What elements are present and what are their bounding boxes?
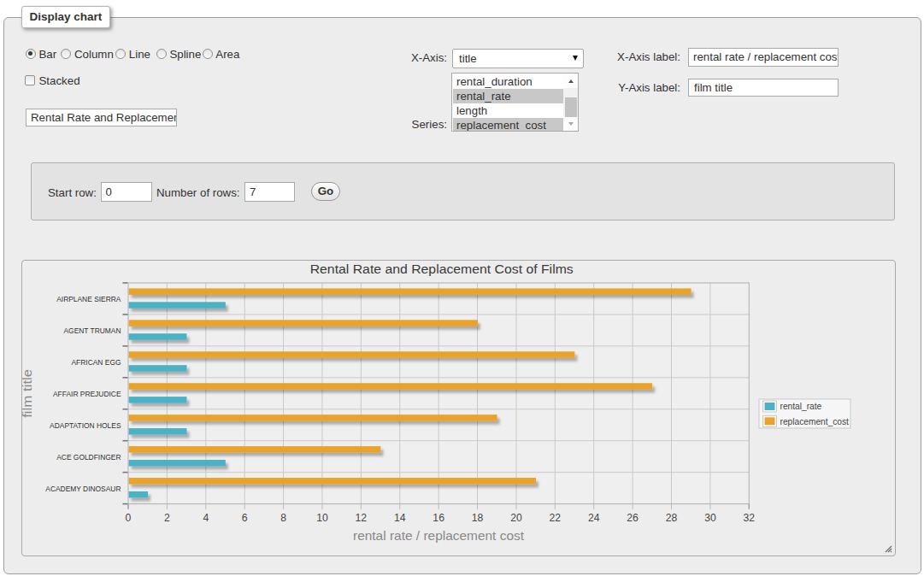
svg-text:ACE GOLDFINGER: ACE GOLDFINGER	[56, 452, 121, 461]
svg-text:24: 24	[588, 512, 600, 524]
svg-text:30: 30	[704, 512, 716, 524]
svg-text:AGENT TRUMAN: AGENT TRUMAN	[64, 326, 121, 335]
svg-text:32: 32	[744, 512, 756, 524]
svg-text:16: 16	[433, 512, 444, 524]
svg-text:10: 10	[316, 512, 328, 524]
svg-text:20: 20	[510, 512, 522, 524]
svg-text:replacement_cost: replacement_cost	[780, 417, 850, 426]
svg-text:ACADEMY DINOSAUR: ACADEMY DINOSAUR	[45, 484, 121, 493]
svg-text:8: 8	[280, 512, 286, 524]
svg-text:AFFAIR PREJUDICE: AFFAIR PREJUDICE	[53, 389, 121, 398]
svg-text:28: 28	[666, 512, 678, 524]
svg-text:6: 6	[242, 512, 248, 524]
svg-text:18: 18	[472, 512, 484, 524]
svg-text:26: 26	[627, 512, 639, 524]
svg-text:22: 22	[550, 512, 562, 524]
svg-text:rental_rate: rental_rate	[780, 402, 822, 411]
svg-text:0: 0	[126, 512, 132, 524]
svg-text:14: 14	[394, 512, 406, 524]
svg-text:AFRICAN EGG: AFRICAN EGG	[72, 357, 121, 367]
svg-text:12: 12	[356, 512, 368, 524]
svg-text:2: 2	[164, 512, 170, 524]
svg-text:Rental Rate and Replacement Co: Rental Rate and Replacement Cost of Film…	[310, 262, 574, 276]
svg-text:rental rate / replacement cost: rental rate / replacement cost	[353, 528, 525, 543]
svg-text:4: 4	[203, 512, 209, 524]
svg-text:ADAPTATION HOLES: ADAPTATION HOLES	[50, 420, 121, 430]
svg-text:AIRPLANE SIERRA: AIRPLANE SIERRA	[56, 294, 121, 303]
svg-text:film title: film title	[21, 369, 34, 418]
